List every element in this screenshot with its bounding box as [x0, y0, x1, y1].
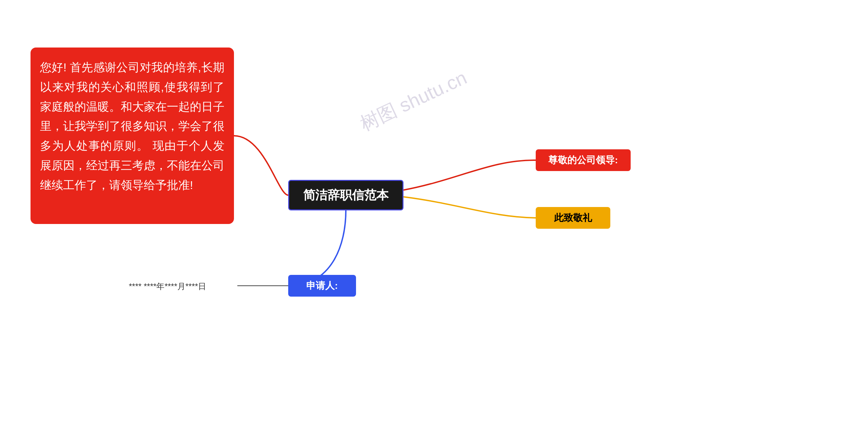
center-node-label: 简洁辞职信范本	[303, 187, 389, 204]
center-node: 简洁辞职信范本	[288, 180, 403, 210]
closing-label: 此致敬礼	[554, 211, 592, 224]
main-content-text: 您好! 首先感谢公司对我的培养,长期以来对我的关心和照顾,使我得到了家庭般的温暖…	[40, 58, 224, 195]
main-content-node: 您好! 首先感谢公司对我的培养,长期以来对我的关心和照顾,使我得到了家庭般的温暖…	[31, 48, 234, 224]
greeting-node: 尊敬的公司领导:	[536, 149, 631, 171]
watermark: 树图 shutu.cn	[356, 65, 471, 137]
applicant-node: 申请人:	[288, 275, 356, 297]
applicant-label: 申请人:	[306, 279, 338, 292]
watermark-text: 树图 shutu.cn	[357, 67, 470, 134]
mind-map-canvas: 简洁辞职信范本 您好! 首先感谢公司对我的培养,长期以来对我的关心和照顾,使我得…	[0, 0, 868, 431]
date-node: **** ****年****月****日	[129, 281, 206, 292]
greeting-label: 尊敬的公司领导:	[548, 154, 618, 167]
closing-node: 此致敬礼	[536, 207, 610, 229]
date-text: **** ****年****月****日	[129, 282, 206, 291]
